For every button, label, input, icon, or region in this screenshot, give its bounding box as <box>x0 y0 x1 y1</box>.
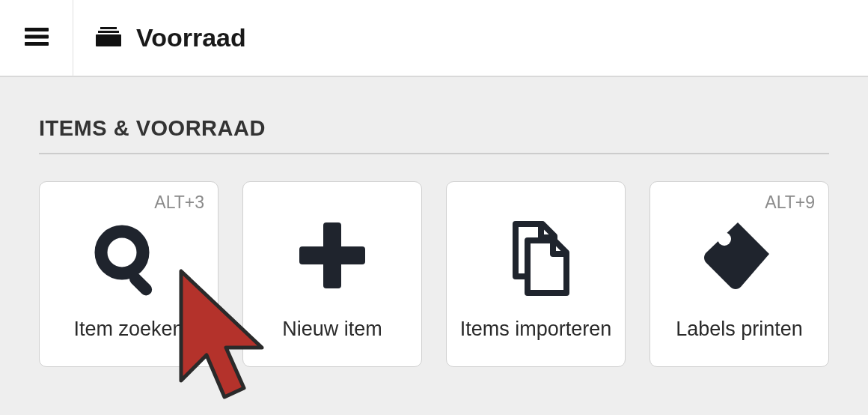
card-label: Items importeren <box>460 318 612 341</box>
card-label: Nieuw item <box>282 318 382 341</box>
svg-rect-0 <box>25 28 49 31</box>
card-import-items[interactable]: Items importeren <box>446 181 626 367</box>
svg-rect-5 <box>96 34 121 46</box>
svg-point-6 <box>101 231 143 273</box>
card-label: Item zoeken <box>73 318 183 341</box>
card-new-item[interactable]: Nieuw item <box>242 181 422 367</box>
card-shortcut: ALT+3 <box>154 193 204 213</box>
card-shortcut: ALT+9 <box>765 193 815 213</box>
search-icon <box>88 218 170 303</box>
top-bar: Voorraad <box>0 0 868 77</box>
hamburger-icon <box>22 22 52 55</box>
tag-icon <box>702 218 777 296</box>
svg-rect-3 <box>100 27 117 29</box>
section-heading: ITEMS & VOORRAAD <box>39 116 829 154</box>
card-item-search[interactable]: ALT+3 Item zoeken <box>39 181 218 367</box>
page-title: Voorraad <box>136 23 246 52</box>
documents-icon <box>495 218 577 303</box>
svg-point-10 <box>718 232 731 246</box>
menu-button[interactable] <box>0 0 73 76</box>
inventory-icon <box>96 24 121 52</box>
svg-rect-4 <box>98 31 119 33</box>
card-row: ALT+3 Item zoeken <box>39 181 829 367</box>
svg-rect-1 <box>25 34 49 38</box>
plus-icon <box>295 218 370 296</box>
card-label: Labels printen <box>676 318 803 341</box>
svg-rect-2 <box>25 42 49 46</box>
svg-rect-9 <box>299 246 365 264</box>
page-title-area: Voorraad <box>73 23 246 52</box>
card-print-labels[interactable]: ALT+9 Labels printen <box>650 181 829 367</box>
content-area: ITEMS & VOORRAAD ALT+3 Item zoeken <box>0 77 868 367</box>
